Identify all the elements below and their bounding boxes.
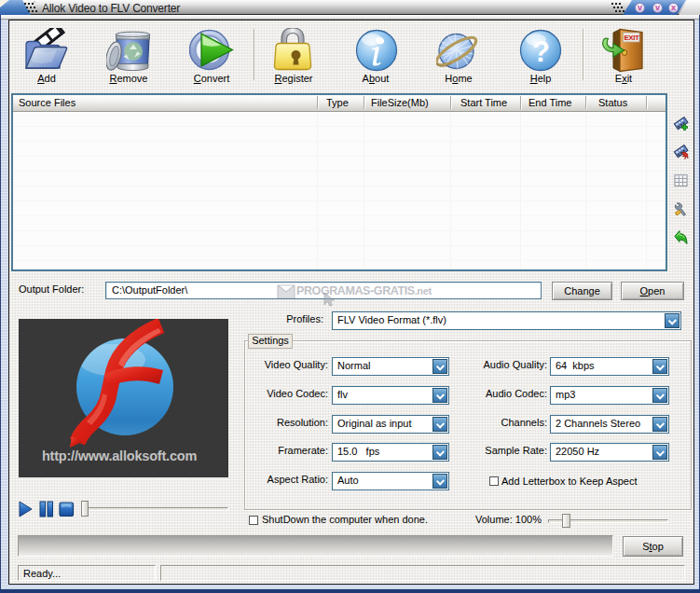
svg-text:?: ? — [532, 35, 550, 68]
svg-text:EXIT: EXIT — [625, 34, 639, 42]
svg-text:http://www.alloksoft.com: http://www.alloksoft.com — [42, 448, 197, 463]
